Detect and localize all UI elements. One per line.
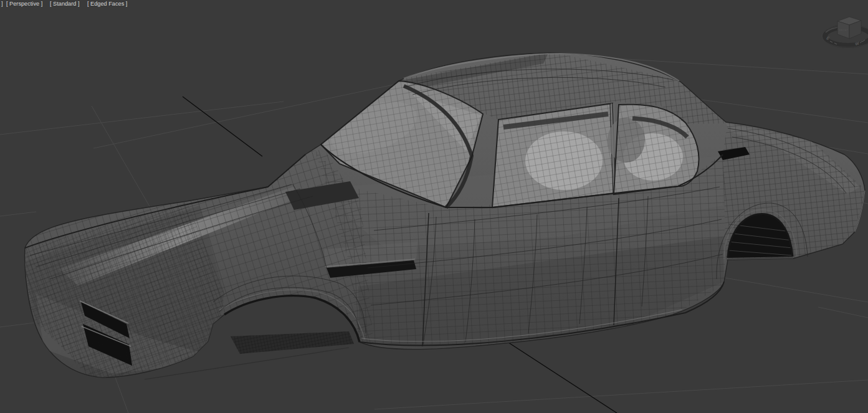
viewcube-front-face-label[interactable]: FRONT xyxy=(839,29,849,32)
viewport-pov-label[interactable]: [ Perspective ] xyxy=(6,1,42,7)
viewport-menu-bracket[interactable]: ] xyxy=(1,1,3,7)
viewport-display-style-label[interactable]: [ Edged Faces ] xyxy=(87,1,127,7)
viewport[interactable]: E W FRONT ] [ Perspective ] [ Standard ]… xyxy=(0,0,868,413)
viewport-canvas[interactable]: E W FRONT ] [ Perspective ] [ Standard ]… xyxy=(0,0,868,413)
viewport-label: ] [ Perspective ] [ Standard ] [ Edged F… xyxy=(1,1,127,7)
viewport-shading-label[interactable]: [ Standard ] xyxy=(50,1,80,7)
